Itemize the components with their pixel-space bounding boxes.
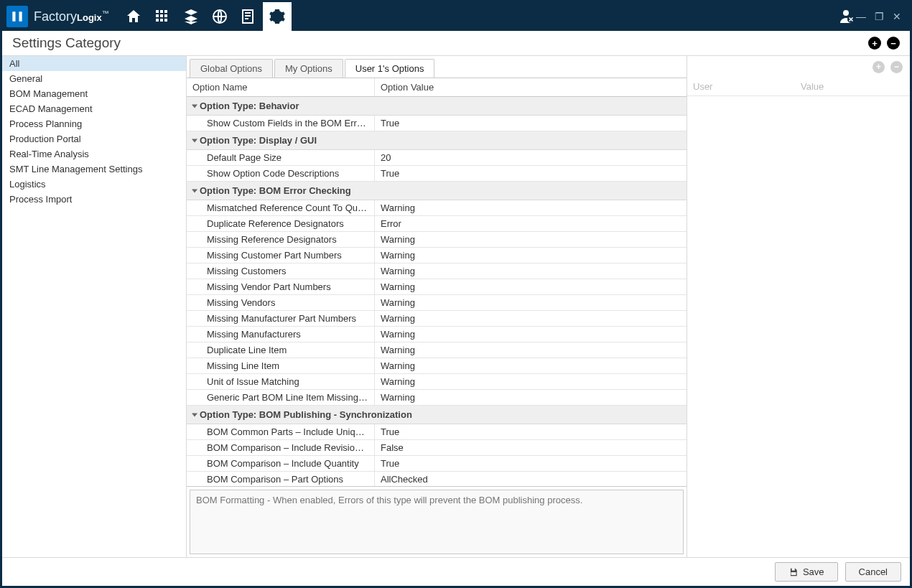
remove-user-value-button[interactable]: − [890, 61, 903, 73]
nav-grid-icon[interactable] [148, 2, 177, 31]
column-option-value[interactable]: Option Value [375, 78, 687, 96]
option-row[interactable]: BOM Comparison – Include QuantityTrue [187, 456, 687, 472]
option-value-cell[interactable]: Warning [375, 200, 687, 215]
option-row[interactable]: Default Page Size20 [187, 150, 687, 166]
column-user[interactable]: User [687, 78, 795, 95]
sidebar-item[interactable]: BOM Management [2, 86, 186, 101]
option-value-cell[interactable]: Warning [375, 390, 687, 405]
option-value-cell[interactable]: AllChecked [375, 472, 687, 487]
option-row[interactable]: Missing Customer Part NumbersWarning [187, 248, 687, 263]
option-value-cell[interactable]: Warning [375, 374, 687, 389]
window-minimize-button[interactable]: — [856, 11, 866, 22]
option-row[interactable]: BOM Common Parts – Include Unique Pa...T… [187, 424, 687, 440]
cancel-button[interactable]: Cancel [845, 562, 901, 582]
option-row[interactable]: BOM Comparison – Part OptionsAllChecked [187, 472, 687, 487]
tab[interactable]: Global Options [190, 59, 273, 78]
sidebar-item[interactable]: General [2, 71, 186, 86]
option-value-cell[interactable]: Warning [375, 295, 687, 310]
option-value-cell[interactable]: Error [375, 216, 687, 231]
option-name-cell: Show Option Code Descriptions [187, 166, 375, 181]
option-name-cell: Missing Reference Designators [187, 232, 375, 247]
category-sidebar: AllGeneralBOM ManagementECAD ManagementP… [2, 56, 187, 557]
add-category-button[interactable]: + [868, 37, 881, 50]
option-value-cell[interactable]: Warning [375, 232, 687, 247]
page-title: Settings Category [12, 35, 868, 51]
group-header[interactable]: Option Type: Display / GUI [187, 131, 687, 150]
option-name-cell: Duplicate Reference Designators [187, 216, 375, 231]
add-user-value-button[interactable]: + [873, 61, 885, 73]
option-value-cell[interactable]: Warning [375, 358, 687, 373]
tab[interactable]: User 1's Options [345, 59, 435, 78]
group-header[interactable]: Option Type: BOM Error Checking [187, 182, 687, 200]
option-name-cell: Missing Manufacturer Part Numbers [187, 311, 375, 326]
group-header[interactable]: Option Type: BOM Publishing - Synchroniz… [187, 406, 687, 424]
option-row[interactable]: BOM Comparison – Include Revision Info..… [187, 440, 687, 456]
window-maximize-button[interactable]: ❐ [875, 11, 884, 22]
app-logo: FactoryLogix™ [6, 6, 109, 27]
option-name-cell: BOM Comparison – Include Revision Info..… [187, 440, 375, 455]
option-name-cell: Default Page Size [187, 150, 375, 165]
nav-globe-icon[interactable] [205, 2, 234, 31]
column-option-name[interactable]: Option Name [187, 78, 375, 96]
user-account-icon[interactable] [839, 2, 856, 31]
option-value-cell[interactable]: 20 [375, 150, 687, 165]
sidebar-item[interactable]: Production Portal [2, 131, 186, 146]
option-row[interactable]: Generic Part BOM Line Item Missing Refe.… [187, 390, 687, 406]
option-name-cell: Missing Customers [187, 263, 375, 279]
option-value-cell[interactable]: Warning [375, 279, 687, 294]
remove-category-button[interactable]: − [887, 37, 900, 50]
options-grid[interactable]: Option Type: BehaviorShow Custom Fields … [187, 97, 687, 487]
sidebar-item[interactable]: Process Planning [2, 116, 186, 131]
option-value-cell[interactable]: True [375, 116, 687, 131]
options-tabs: Global OptionsMy OptionsUser 1's Options [187, 56, 687, 78]
option-row[interactable]: Duplicate Line ItemWarning [187, 342, 687, 358]
option-row[interactable]: Duplicate Reference DesignatorsError [187, 216, 687, 232]
nav-settings-icon[interactable] [263, 2, 292, 31]
nav-document-icon[interactable] [234, 2, 263, 31]
option-value-cell[interactable]: False [375, 440, 687, 455]
option-row[interactable]: Show Option Code DescriptionsTrue [187, 166, 687, 182]
option-row[interactable]: Missing VendorsWarning [187, 295, 687, 311]
option-row[interactable]: Missing ManufacturersWarning [187, 327, 687, 342]
sidebar-item[interactable]: Real-Time Analysis [2, 146, 186, 162]
option-row[interactable]: Missing Reference DesignatorsWarning [187, 232, 687, 248]
logo-badge-icon [6, 6, 28, 27]
option-row[interactable]: Mismatched Reference Count To QuantityWa… [187, 200, 687, 216]
group-header[interactable]: Option Type: Behavior [187, 97, 687, 116]
sidebar-item[interactable]: Logistics [2, 177, 186, 192]
option-value-cell[interactable]: True [375, 424, 687, 439]
option-row[interactable]: Missing Line ItemWarning [187, 358, 687, 374]
column-value[interactable]: Value [795, 78, 910, 95]
window-close-button[interactable]: ✕ [893, 11, 901, 22]
option-value-cell[interactable]: Warning [375, 327, 687, 342]
tab[interactable]: My Options [274, 59, 343, 78]
grid-header: Option Name Option Value [187, 78, 687, 97]
option-value-cell[interactable]: Warning [375, 263, 687, 279]
option-value-cell[interactable]: True [375, 166, 687, 181]
sidebar-item[interactable]: SMT Line Management Settings [2, 162, 186, 177]
sidebar-item[interactable]: Process Import [2, 192, 186, 207]
option-name-cell: Duplicate Line Item [187, 342, 375, 358]
save-button-label: Save [803, 566, 824, 577]
option-description: BOM Formatting - When enabled, Errors of… [190, 490, 684, 554]
option-row[interactable]: Unit of Issue MatchingWarning [187, 374, 687, 390]
option-name-cell: Generic Part BOM Line Item Missing Refe.… [187, 390, 375, 405]
option-name-cell: BOM Comparison – Include Quantity [187, 456, 375, 471]
option-row[interactable]: Missing Vendor Part NumbersWarning [187, 279, 687, 295]
option-name-cell: Missing Vendor Part Numbers [187, 279, 375, 294]
option-name-cell: Missing Manufacturers [187, 327, 375, 342]
nav-home-icon[interactable] [119, 2, 148, 31]
save-button[interactable]: Save [775, 562, 838, 582]
sidebar-item[interactable]: All [2, 56, 186, 71]
option-row[interactable]: Show Custom Fields in the BOM Error Co..… [187, 116, 687, 131]
option-value-cell[interactable]: True [375, 456, 687, 471]
sidebar-item[interactable]: ECAD Management [2, 101, 186, 116]
nav-stack-icon[interactable] [177, 2, 205, 31]
option-row[interactable]: Missing CustomersWarning [187, 263, 687, 279]
option-row[interactable]: Missing Manufacturer Part NumbersWarning [187, 311, 687, 327]
option-value-cell[interactable]: Warning [375, 311, 687, 326]
option-name-cell: Mismatched Reference Count To Quantity [187, 200, 375, 215]
option-value-cell[interactable]: Warning [375, 248, 687, 263]
option-value-cell[interactable]: Warning [375, 342, 687, 358]
option-name-cell: BOM Common Parts – Include Unique Pa... [187, 424, 375, 439]
